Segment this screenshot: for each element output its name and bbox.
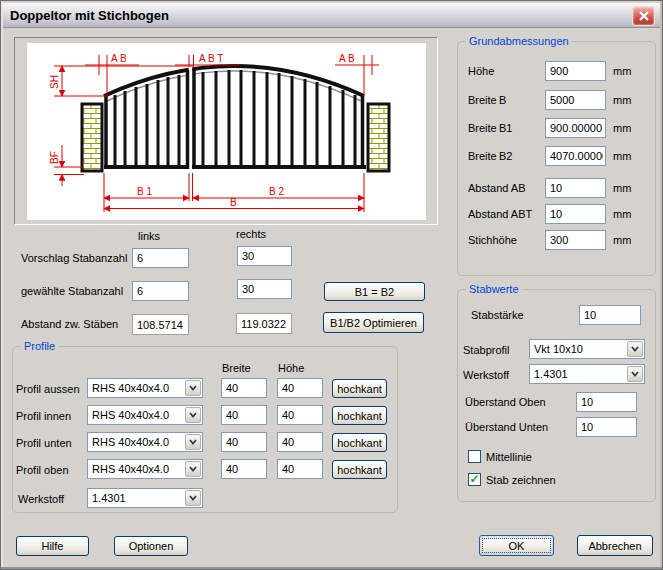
dim-label-sh: SH <box>49 75 60 89</box>
label-hoehe: Höhe <box>468 65 494 77</box>
label-profil-aussen: Profil aussen <box>16 383 80 395</box>
profil-aussen-select[interactable]: RHS 40x40x4.0 <box>87 378 203 398</box>
stabwerte-group-title: Stabwerte <box>466 283 522 295</box>
chevron-down-icon <box>189 412 197 418</box>
label-profile-werkstoff: Werkstoff <box>18 493 64 505</box>
mittellinie-checkbox[interactable] <box>468 450 481 463</box>
stabprofil-select[interactable]: Vkt 10x10 <box>529 339 645 359</box>
stabstaerke-input[interactable] <box>579 305 641 325</box>
label-breite-b-sub: B <box>499 94 506 106</box>
vorschlag-stabanzahl-rechts-input[interactable] <box>237 246 292 266</box>
abstand-staeben-rechts-value <box>236 313 292 334</box>
dim-label-b2: B 2 <box>269 186 284 197</box>
profil-innen-select[interactable]: RHS 40x40x4.0 <box>87 405 203 425</box>
close-button[interactable] <box>632 6 655 26</box>
unit-breite-b: mm <box>613 94 631 106</box>
profile-header-breite: Breite <box>222 362 251 374</box>
titlebar[interactable]: Doppeltor mit Stichbogen <box>3 3 660 28</box>
window-title: Doppeltor mit Stichbogen <box>10 8 169 23</box>
chevron-down-icon <box>189 439 197 445</box>
profil-innen-hochkant-button[interactable]: hochkant <box>332 406 387 425</box>
chevron-down-icon <box>631 346 639 352</box>
label-breite-b2-sub: B2 <box>499 150 512 162</box>
profil-innen-breite-input[interactable] <box>221 405 267 425</box>
profil-aussen-hoehe-input[interactable] <box>277 378 323 398</box>
pillar-right <box>368 104 389 171</box>
unit-breite-b1: mm <box>613 122 631 134</box>
abstand-abt-input[interactable] <box>545 204 606 224</box>
profil-oben-hochkant-button[interactable]: hochkant <box>332 460 387 479</box>
label-breite-b: Breite <box>468 94 497 106</box>
abbrechen-button[interactable]: Abbrechen <box>577 535 653 556</box>
breite-b-input[interactable] <box>545 90 606 110</box>
unit-abstand-ab: mm <box>613 182 631 194</box>
profil-oben-hoehe-input[interactable] <box>277 459 323 479</box>
profile-group <box>12 346 398 513</box>
dim-label-bf: BF <box>49 151 60 164</box>
gate-drawing: A B A B T A B SH BF B 1 B 2 B <box>27 43 426 220</box>
stabwerte-werkstoff-select[interactable]: 1.4301 <box>529 364 645 384</box>
hilfe-button[interactable]: Hilfe <box>16 536 89 556</box>
profile-group-title: Profile <box>21 340 58 352</box>
gate-preview-canvas: A B A B T A B SH BF B 1 B 2 B <box>27 43 426 220</box>
label-gewaehlte-stabanzahl: gewählte Stabanzahl <box>21 285 123 297</box>
label-ueberstand-oben: Überstand Oben <box>465 396 546 408</box>
profil-oben-breite-input[interactable] <box>221 459 267 479</box>
unit-hoehe: mm <box>613 65 631 77</box>
grundabmessungen-group-title: Grundabmessungen <box>466 35 572 47</box>
dim-label-abt: A B T <box>199 53 223 64</box>
vorschlag-stabanzahl-links-input[interactable] <box>132 248 189 268</box>
profil-oben-select[interactable]: RHS 40x40x4.0 <box>87 459 203 479</box>
breite-b1-input[interactable] <box>545 118 606 138</box>
label-abstand-abt: Abstand ABT <box>468 208 532 220</box>
profil-unten-hoehe-input[interactable] <box>277 432 323 452</box>
b1-b2-optimieren-button[interactable]: B1/B2 Optimieren <box>323 312 424 333</box>
dim-label-ab-right: A B <box>339 53 355 64</box>
column-header-rechts: rechts <box>236 228 266 240</box>
b1-equals-b2-button[interactable]: B1 = B2 <box>324 282 425 301</box>
profile-werkstoff-select[interactable]: 1.4301 <box>87 488 203 508</box>
profil-unten-breite-input[interactable] <box>221 432 267 452</box>
profil-innen-hoehe-input[interactable] <box>277 405 323 425</box>
label-stichhoehe: Stichhöhe <box>468 234 517 246</box>
label-profil-innen: Profil innen <box>16 410 71 422</box>
abstand-staeben-links-value <box>132 314 189 335</box>
chevron-down-icon <box>189 385 197 391</box>
chevron-down-icon <box>631 371 639 377</box>
breite-b2-input[interactable] <box>545 146 606 166</box>
abstand-ab-input[interactable] <box>545 178 606 198</box>
hoehe-input[interactable] <box>545 61 606 81</box>
profil-unten-hochkant-button[interactable]: hochkant <box>332 433 387 452</box>
label-breite-b1: Breite <box>468 122 497 134</box>
profil-unten-select[interactable]: RHS 40x40x4.0 <box>87 432 203 452</box>
ueberstand-unten-input[interactable] <box>576 417 637 437</box>
close-icon <box>639 11 649 21</box>
gewaehlte-stabanzahl-links-input[interactable] <box>132 281 189 301</box>
label-ueberstand-unten: Überstand Unten <box>465 421 548 433</box>
ok-button[interactable]: OK <box>479 535 554 556</box>
label-stabstaerke: Stabstärke <box>471 309 524 321</box>
unit-breite-b2: mm <box>613 150 631 162</box>
gate-preview-panel: A B A B T A B SH BF B 1 B 2 B <box>14 37 438 225</box>
label-profil-unten: Profil unten <box>16 437 72 449</box>
label-abstand-ab: Abstand AB <box>468 182 526 194</box>
optionen-button[interactable]: Optionen <box>114 536 188 556</box>
column-header-links: links <box>138 230 160 242</box>
dim-label-b1: B 1 <box>137 186 152 197</box>
label-mittellinie: Mittellinie <box>486 451 532 463</box>
chevron-down-icon <box>189 495 197 501</box>
label-stabwerte-werkstoff: Werkstoff <box>463 369 509 381</box>
unit-abstand-abt: mm <box>613 208 631 220</box>
stab-zeichnen-checkbox[interactable]: ✓ <box>468 473 481 486</box>
ueberstand-oben-input[interactable] <box>576 392 637 412</box>
label-breite-b2: Breite <box>468 150 497 162</box>
profil-aussen-hochkant-button[interactable]: hochkant <box>332 379 387 398</box>
label-stabprofil: Stabprofil <box>463 344 509 356</box>
label-vorschlag-stabanzahl: Vorschlag Stabanzahl <box>21 252 127 264</box>
profil-aussen-breite-input[interactable] <box>221 378 267 398</box>
stichhoehe-input[interactable] <box>545 230 606 250</box>
profile-header-hoehe: Höhe <box>278 362 304 374</box>
pillar-left <box>82 104 102 171</box>
gewaehlte-stabanzahl-rechts-input[interactable] <box>237 279 292 299</box>
unit-stichhoehe: mm <box>613 234 631 246</box>
